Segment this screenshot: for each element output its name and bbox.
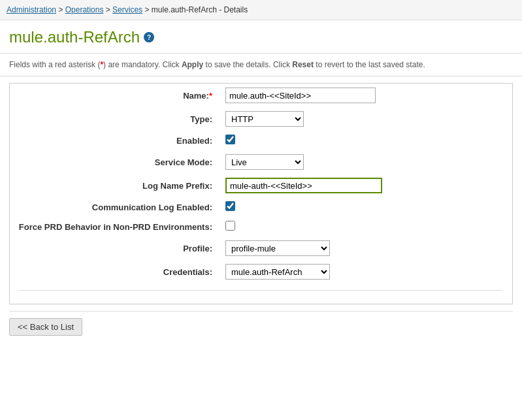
credentials-value-cell: mule.auth-RefArch mule.auth-Default mule… [219,260,512,283]
enabled-checkbox[interactable] [225,135,235,144]
service-mode-row: Service Mode: Live Test Offline [10,150,512,174]
form-table: Name:* Type: HTTP HTTPS FTP SMTP [10,84,512,283]
page-title-area: mule.auth-RefArch ? [0,20,522,54]
profile-value-cell: profile-mule profile-default profile-tes… [219,236,512,260]
instructions: Fields with a red asterisk (*) are manda… [0,54,522,76]
name-label: Name:* [10,84,219,107]
profile-label: Profile: [10,236,219,260]
breadcrumb: Administration > Operations > Services >… [0,0,522,20]
log-name-prefix-value-cell [219,174,512,197]
comm-log-row: Communication Log Enabled: [10,197,512,217]
name-input[interactable] [225,88,376,103]
credentials-row: Credentials: mule.auth-RefArch mule.auth… [10,260,512,283]
force-prd-value-cell [219,217,512,236]
form-bottom-bar [19,290,503,304]
credentials-select[interactable]: mule.auth-RefArch mule.auth-Default mule… [225,264,330,280]
comm-log-checkbox[interactable] [225,201,235,211]
log-name-prefix-row: Log Name Prefix: [10,174,512,197]
log-name-prefix-label: Log Name Prefix: [10,174,219,197]
enabled-row: Enabled: [10,131,512,150]
breadcrumb-services-link[interactable]: Services [112,5,142,14]
help-icon[interactable]: ? [144,32,154,42]
form-container: Name:* Type: HTTP HTTPS FTP SMTP [9,83,513,304]
force-prd-row: Force PRD Behavior in Non-PRD Environmen… [10,217,512,236]
enabled-label: Enabled: [10,131,219,150]
name-row: Name:* [10,84,512,107]
page-divider [9,311,513,312]
breadcrumb-admin-link[interactable]: Administration [7,5,56,14]
breadcrumb-operations-link[interactable]: Operations [65,5,104,14]
log-name-prefix-input[interactable] [225,178,382,193]
enabled-value-cell [219,131,512,150]
type-select[interactable]: HTTP HTTPS FTP SMTP [225,111,304,127]
back-to-list-button[interactable]: << Back to List [9,318,82,336]
force-prd-checkbox[interactable] [225,221,235,231]
profile-select[interactable]: profile-mule profile-default profile-tes… [225,240,330,256]
force-prd-label: Force PRD Behavior in Non-PRD Environmen… [10,217,219,236]
breadcrumb-current: > mule.auth-RefArch - Details [144,5,248,14]
type-row: Type: HTTP HTTPS FTP SMTP [10,107,512,131]
name-value-cell [219,84,512,107]
comm-log-label: Communication Log Enabled: [10,197,219,217]
type-value-cell: HTTP HTTPS FTP SMTP [219,107,512,131]
type-label: Type: [10,107,219,131]
service-mode-select[interactable]: Live Test Offline [225,154,304,170]
credentials-label: Credentials: [10,260,219,283]
profile-row: Profile: profile-mule profile-default pr… [10,236,512,260]
page-title: mule.auth-RefArch [9,28,140,46]
service-mode-label: Service Mode: [10,150,219,174]
comm-log-value-cell [219,197,512,217]
service-mode-value-cell: Live Test Offline [219,150,512,174]
